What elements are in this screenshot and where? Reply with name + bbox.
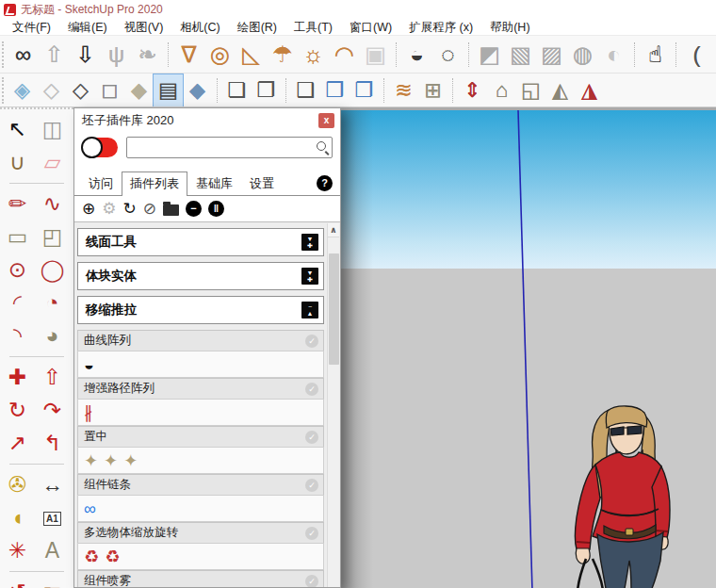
pan-tool-icon[interactable]: ☛ [35, 576, 70, 588]
rotate-tool-icon[interactable]: ↻ [0, 394, 35, 427]
menu-draw[interactable]: 绘图(R) [229, 19, 285, 36]
tab-base-library[interactable]: 基础库 [187, 172, 241, 196]
tab-access[interactable]: 访问 [80, 172, 122, 196]
solid-trim-icon[interactable]: ❐ [350, 74, 379, 106]
checker-sphere-icon[interactable]: ◍ [567, 37, 598, 73]
plugin-check-icon[interactable]: ✓ [305, 575, 318, 588]
shaded-style-icon[interactable]: ◆ [124, 74, 154, 106]
plugin-check-icon[interactable]: ✓ [305, 431, 318, 444]
text-tool-icon[interactable]: A1 [35, 501, 70, 534]
menu-view[interactable]: 视图(V) [116, 19, 172, 36]
collapse-all-icon[interactable]: − [186, 201, 202, 217]
eraser-icon[interactable]: ▱ [35, 146, 70, 179]
orbit-tool-icon[interactable]: ↺ [0, 576, 35, 588]
plugin-item-header[interactable]: 置中✓ [77, 426, 324, 447]
offset-tool-icon[interactable]: ↰ [35, 427, 70, 460]
plugin-check-icon[interactable]: ✓ [305, 335, 318, 348]
center-x-icon[interactable]: ✦ [84, 449, 98, 473]
menu-edit[interactable]: 编辑(E) [59, 19, 116, 36]
center-z-icon[interactable]: ✦ [123, 449, 138, 473]
push-pull-icon[interactable]: ⇧ [35, 361, 70, 394]
toggle-display-icon[interactable]: ‖ [208, 201, 224, 217]
pizi-warehouse-icon[interactable]: ∞ [8, 37, 39, 73]
section-solid-tools[interactable]: 体块实体▼✚ [77, 262, 324, 290]
menu-help[interactable]: 帮助(H) [481, 19, 538, 36]
stamp-icon[interactable]: ⌂ [487, 74, 516, 106]
folder-icon[interactable] [163, 204, 179, 216]
flip-edge-icon[interactable]: ◮ [575, 74, 604, 106]
plugin-check-icon[interactable]: ✓ [305, 527, 318, 540]
arc-3pt-icon[interactable]: ◝ [0, 319, 35, 352]
drop-sphere-icon[interactable]: ◒ [401, 37, 432, 73]
cube-disabled-icon[interactable]: ▣ [360, 37, 391, 73]
plugin-check-icon[interactable]: ✓ [305, 383, 318, 396]
hiddenline-style-icon[interactable]: ◻ [95, 74, 124, 106]
center-y-icon[interactable]: ✦ [104, 449, 118, 473]
from-contours-icon[interactable]: ≋ [389, 74, 418, 106]
plugin-item-header[interactable]: 增强路径阵列✓ [77, 378, 324, 399]
multi-scale-rotate-2-icon[interactable]: ♻ [105, 545, 120, 569]
dimension-icon[interactable]: ↔ [35, 468, 70, 501]
refresh-icon[interactable]: ↻ [123, 198, 137, 220]
component-chain-icon[interactable]: ∞ [84, 497, 96, 521]
scrollbar-thumb[interactable] [329, 253, 339, 365]
rectangle-icon[interactable]: ▭ [0, 220, 35, 253]
panel-scrollbar[interactable]: ∧ [327, 223, 339, 587]
dome-tool-icon[interactable]: ◠ [329, 37, 360, 73]
checker-cube-icon[interactable]: ▧ [505, 37, 536, 73]
plugin-item-header[interactable]: 多选物体缩放旋转✓ [77, 522, 324, 543]
paint-bucket-icon[interactable]: ∪ [0, 146, 35, 179]
checker-cube-2-icon[interactable]: ▨ [536, 37, 567, 73]
collapse-section-icon[interactable]: −▲ [301, 302, 318, 318]
solid-union-icon[interactable]: ❑ [291, 74, 320, 106]
drape-icon[interactable]: ◱ [516, 74, 545, 106]
xray-style-icon[interactable]: ◈ [8, 74, 37, 106]
rotated-rectangle-icon[interactable]: ◰ [35, 220, 70, 253]
plugin-check-icon[interactable]: ✓ [305, 479, 318, 492]
3d-text-icon[interactable]: A [35, 534, 70, 567]
lasso-selection-icon[interactable]: ◌ [432, 37, 464, 73]
expand-section-icon[interactable]: ▼✚ [301, 268, 318, 285]
tape-measure-icon[interactable]: ✇ [0, 468, 35, 501]
polygon-icon[interactable]: ◯ [35, 253, 70, 286]
menu-window[interactable]: 窗口(W) [341, 19, 400, 36]
pencil-line-icon[interactable]: ✏ [0, 188, 35, 220]
filled-pie-icon[interactable]: ◕ [35, 319, 70, 352]
ring-tool-icon[interactable]: ◎ [204, 37, 236, 73]
arc-icon[interactable]: ◜ [0, 286, 35, 319]
plugin-search-box[interactable] [126, 137, 333, 158]
settings-gear-icon[interactable]: ⚙ [102, 198, 116, 220]
share-model-icon[interactable]: ⇧ [39, 37, 70, 73]
menu-camera[interactable]: 相机(C) [171, 19, 228, 36]
tab-settings[interactable]: 设置 [241, 172, 283, 196]
from-scratch-icon[interactable]: ⊞ [418, 74, 448, 106]
move-tool-icon[interactable]: ✚ [0, 361, 35, 394]
checker-plane-icon[interactable]: ◩ [474, 37, 505, 73]
protractor-icon[interactable]: ◖ [0, 501, 35, 534]
leaf-tool-icon[interactable]: ❧ [132, 37, 163, 73]
add-detail-icon[interactable]: ◭ [545, 74, 575, 106]
grab-cube-icon[interactable]: ☝ [640, 37, 671, 73]
smoove-icon[interactable]: ⇕ [458, 74, 487, 106]
freehand-icon[interactable]: ∿ [35, 188, 70, 220]
add-plugin-icon[interactable]: ⊕ [82, 198, 95, 220]
panel-close-button[interactable]: x [318, 113, 334, 128]
sun-tool-icon[interactable]: ☼ [298, 37, 329, 73]
scale-figure-person[interactable] [561, 404, 693, 588]
make-fur-icon[interactable]: ψ [101, 37, 132, 73]
download-model-icon[interactable]: ⇩ [70, 37, 101, 73]
viewport[interactable] [341, 107, 716, 588]
menu-file[interactable]: 文件(F) [4, 19, 59, 36]
help-icon[interactable]: ? [317, 175, 333, 191]
plugin-item-header[interactable]: 组件链条✓ [77, 474, 324, 495]
make-component-icon[interactable]: ◫ [35, 113, 70, 146]
search-input[interactable] [127, 138, 332, 157]
plugin-item-header[interactable]: 曲线阵列✓ [77, 330, 324, 351]
tab-plugin-list[interactable]: 插件列表 [122, 172, 187, 196]
circle-icon[interactable]: ⊙ [0, 253, 35, 286]
cone-flag-tool-icon[interactable]: ◺ [236, 37, 267, 73]
backedge-style-icon[interactable]: ◇ [37, 74, 66, 106]
follow-me-icon[interactable]: ↷ [35, 394, 70, 427]
pie-icon[interactable]: ◔ [35, 286, 70, 319]
plugin-enable-toggle[interactable] [82, 138, 118, 157]
